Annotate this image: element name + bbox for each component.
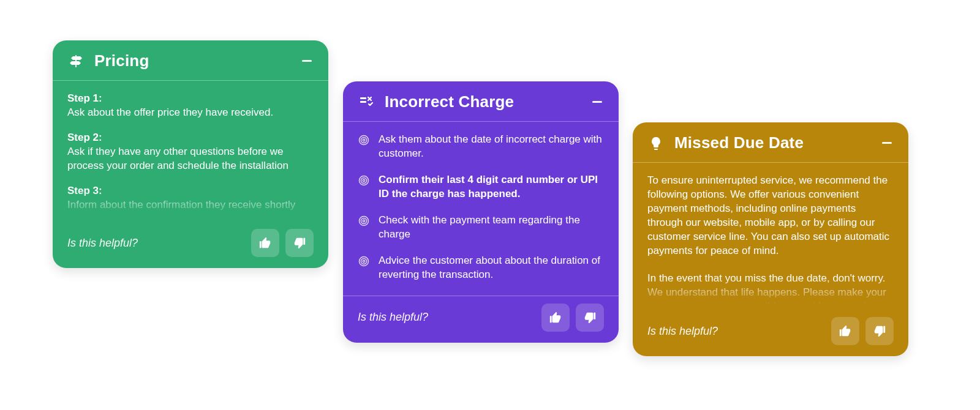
feedback-buttons [251, 229, 314, 257]
svg-point-4 [363, 139, 364, 141]
card-title: Pricing [94, 51, 300, 70]
thumbs-up-icon [839, 324, 852, 338]
feedback-buttons [541, 304, 604, 332]
svg-point-6 [361, 177, 366, 183]
helpful-prompt: Is this helpful? [67, 237, 251, 250]
bullet-item: Ask them about the date of incorrect cha… [358, 133, 604, 161]
card-pricing: Pricing Step 1: Ask about the offer pric… [53, 40, 328, 268]
svg-point-9 [361, 218, 366, 223]
feedback-buttons [831, 317, 894, 345]
target-icon [358, 255, 370, 267]
thumbs-down-button[interactable] [865, 317, 894, 345]
thumbs-down-button[interactable] [285, 229, 314, 257]
target-icon [358, 134, 370, 146]
card-incorrect-charge: Incorrect Charge Ask them about the date… [343, 81, 619, 343]
step-label: Step 1: [67, 92, 314, 106]
thumbs-down-icon [293, 236, 306, 250]
bullet-text: Confirm their last 4 digit card number o… [379, 173, 604, 201]
card-missed-due-date: Missed Due Date To ensure uninterrupted … [633, 122, 908, 356]
step-label: Step 2: [67, 131, 314, 145]
bullet-item: Advice the customer about about the dura… [358, 254, 604, 282]
bullet-item: Confirm their last 4 digit card number o… [358, 173, 604, 201]
card-footer: Is this helpful? [53, 222, 328, 268]
step-text: Inform about the confirmation they recei… [67, 198, 314, 212]
svg-point-3 [361, 137, 366, 143]
card-header: Missed Due Date [633, 122, 908, 162]
svg-rect-1 [360, 101, 366, 103]
thumbs-up-icon [549, 311, 562, 324]
step-text: Ask if they have any other questions bef… [67, 145, 314, 173]
paragraph: In the event that you miss the due date,… [647, 272, 894, 310]
minimize-button[interactable] [880, 136, 894, 150]
bullet-item: Check with the payment team regarding th… [358, 214, 604, 242]
minimize-button[interactable] [590, 95, 604, 109]
minus-icon [882, 142, 892, 144]
thumbs-down-button[interactable] [576, 304, 604, 332]
card-title: Incorrect Charge [385, 92, 590, 111]
thumbs-up-button[interactable] [831, 317, 859, 345]
thumbs-down-icon [873, 324, 886, 338]
checklist-icon [358, 94, 375, 111]
svg-point-12 [361, 258, 366, 264]
svg-point-10 [363, 220, 364, 222]
minimize-button[interactable] [300, 54, 314, 68]
minus-icon [302, 60, 312, 62]
bullet-text: Advice the customer about about the dura… [379, 254, 604, 282]
bullet-text: Ask them about the date of incorrect cha… [379, 133, 604, 161]
target-icon [358, 215, 370, 227]
thumbs-up-icon [258, 236, 272, 250]
helpful-prompt: Is this helpful? [358, 311, 541, 324]
card-body: Step 1: Ask about the offer price they h… [53, 81, 328, 222]
stage: Pricing Step 1: Ask about the offer pric… [0, 0, 980, 410]
bullet-text: Check with the payment team regarding th… [379, 214, 604, 242]
target-icon [358, 174, 370, 187]
card-header: Incorrect Charge [343, 81, 619, 121]
thumbs-up-button[interactable] [541, 304, 570, 332]
svg-point-7 [363, 179, 364, 181]
minus-icon [592, 101, 602, 103]
svg-rect-0 [360, 97, 366, 99]
step-item: Step 2: Ask if they have any other quest… [67, 131, 314, 173]
card-footer: Is this helpful? [343, 296, 619, 343]
signpost-icon [67, 53, 85, 70]
helpful-prompt: Is this helpful? [647, 325, 831, 338]
card-title: Missed Due Date [674, 133, 880, 152]
step-label: Step 3: [67, 184, 314, 198]
paragraph: To ensure uninterrupted service, we reco… [647, 174, 894, 258]
card-body: To ensure uninterrupted service, we reco… [633, 163, 908, 310]
card-body: Ask them about the date of incorrect cha… [343, 122, 619, 296]
lightbulb-icon [647, 135, 665, 152]
thumbs-down-icon [583, 311, 597, 324]
step-item: Step 3: Inform about the confirmation th… [67, 184, 314, 212]
step-text: Ask about the offer price they have rece… [67, 106, 314, 120]
card-footer: Is this helpful? [633, 310, 908, 356]
step-item: Step 1: Ask about the offer price they h… [67, 92, 314, 120]
svg-point-13 [363, 260, 364, 262]
card-header: Pricing [53, 40, 328, 80]
thumbs-up-button[interactable] [251, 229, 279, 257]
